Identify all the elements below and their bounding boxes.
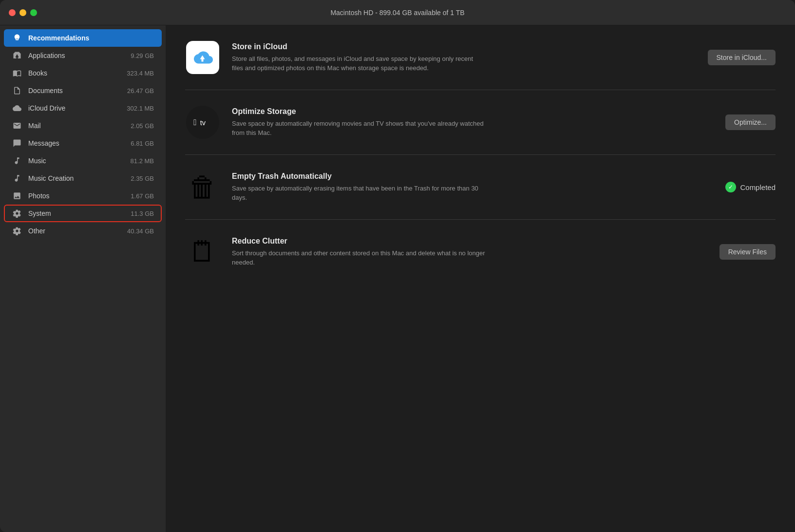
sidebar-item-mail[interactable]: Mail2.05 GB <box>4 117 162 134</box>
recommendations-label: Recommendations <box>28 34 154 42</box>
lightbulb-icon <box>12 33 22 43</box>
books-label: Books <box>28 69 121 77</box>
music-label: Music <box>28 157 125 165</box>
documents-size: 26.47 GB <box>127 87 154 95</box>
system-size: 11.3 GB <box>131 210 154 217</box>
trash-action: ✓Completed <box>698 182 776 192</box>
music-icon <box>12 155 22 166</box>
optimize-button[interactable]: Optimize... <box>725 114 776 130</box>
other-icon <box>12 226 22 236</box>
optimize-icon:  tv <box>185 105 220 140</box>
system-icon <box>12 208 22 219</box>
applications-size: 9.29 GB <box>131 52 154 59</box>
title-bar: Macintosh HD - 899.04 GB available of 1 … <box>0 0 795 25</box>
icloud-text: Store in iCloudStore all files, photos, … <box>232 42 686 73</box>
optimize-text: Optimize StorageSave space by automatica… <box>232 107 686 138</box>
books-size: 323.4 MB <box>127 70 154 77</box>
messages-size: 6.81 GB <box>131 140 154 147</box>
sidebar-item-icloud-drive[interactable]: iCloud Drive302.1 MB <box>4 99 162 117</box>
icloud-action: Store in iCloud... <box>698 50 776 65</box>
window-buttons <box>9 9 37 16</box>
applications-label: Applications <box>28 52 125 59</box>
sidebar-item-documents[interactable]: Documents26.47 GB <box>4 82 162 99</box>
other-size: 40.34 GB <box>127 228 154 235</box>
clutter-button[interactable]: Review Files <box>719 244 776 260</box>
main-content: Recommendations Applications9.29 GBBooks… <box>0 25 795 532</box>
svg-text:tv: tv <box>200 119 206 127</box>
mail-icon <box>12 120 22 131</box>
completed-badge: ✓Completed <box>725 182 776 192</box>
sidebar-item-messages[interactable]: Messages6.81 GB <box>4 134 162 152</box>
appletv-icon-wrap:  tv <box>186 106 219 139</box>
icloud-drive-icon <box>12 103 22 114</box>
svg-text::  <box>193 117 196 127</box>
sidebar: Recommendations Applications9.29 GBBooks… <box>0 25 166 532</box>
completed-check-icon: ✓ <box>725 182 736 192</box>
rec-item-clutter: 🗒Reduce ClutterSort through documents an… <box>185 220 776 284</box>
content-area: Store in iCloudStore all files, photos, … <box>166 25 795 532</box>
sidebar-item-recommendations[interactable]: Recommendations <box>4 29 162 47</box>
photos-label: Photos <box>28 192 125 200</box>
music-creation-size: 2.35 GB <box>131 175 154 182</box>
mail-label: Mail <box>28 122 125 130</box>
optimize-description: Save space by automatically removing mov… <box>232 119 485 138</box>
applications-icon <box>12 50 22 61</box>
docs-icon: 🗒 <box>189 238 217 266</box>
sidebar-item-music[interactable]: Music81.2 MB <box>4 152 162 170</box>
trash-description: Save space by automatically erasing item… <box>232 184 485 203</box>
icloud-drive-label: iCloud Drive <box>28 104 121 112</box>
music-creation-label: Music Creation <box>28 174 125 182</box>
sidebar-item-other[interactable]: Other40.34 GB <box>4 222 162 240</box>
music-creation-icon <box>12 173 22 184</box>
sidebar-item-books[interactable]: Books323.4 MB <box>4 64 162 82</box>
trash-icon: 🗑 <box>185 170 220 205</box>
optimize-title: Optimize Storage <box>232 107 686 116</box>
messages-label: Messages <box>28 139 125 147</box>
system-label: System <box>28 209 125 217</box>
music-size: 81.2 MB <box>131 157 154 165</box>
rec-item-trash: 🗑Empty Trash AutomaticallySave space by … <box>185 155 776 220</box>
trash-text: Empty Trash AutomaticallySave space by a… <box>232 172 686 203</box>
sidebar-item-photos[interactable]: Photos1.67 GB <box>4 187 162 205</box>
rec-item-optimize:  tv Optimize StorageSave space by autom… <box>185 90 776 155</box>
sidebar-item-system[interactable]: System11.3 GB <box>4 205 162 222</box>
icloud-description: Store all files, photos, and messages in… <box>232 54 485 73</box>
optimize-action: Optimize... <box>698 114 776 130</box>
messages-icon <box>12 138 22 149</box>
sidebar-item-applications[interactable]: Applications9.29 GB <box>4 47 162 64</box>
other-label: Other <box>28 227 121 235</box>
trash-title: Empty Trash Automatically <box>232 172 686 181</box>
minimize-button[interactable] <box>19 9 26 16</box>
clutter-action: Review Files <box>698 244 776 260</box>
photos-icon <box>12 190 22 201</box>
trash-icon: 🗑 <box>189 173 217 201</box>
documents-icon <box>12 85 22 96</box>
maximize-button[interactable] <box>30 9 37 16</box>
icloud-title: Store in iCloud <box>232 42 686 51</box>
documents-label: Documents <box>28 87 121 95</box>
close-button[interactable] <box>9 9 16 16</box>
books-icon <box>12 68 22 78</box>
window-title: Macintosh HD - 899.04 GB available of 1 … <box>330 9 464 17</box>
clutter-description: Sort through documents and other content… <box>232 248 485 267</box>
sidebar-item-music-creation[interactable]: Music Creation2.35 GB <box>4 170 162 187</box>
clutter-text: Reduce ClutterSort through documents and… <box>232 237 686 267</box>
rec-item-icloud: Store in iCloudStore all files, photos, … <box>185 25 776 90</box>
mail-size: 2.05 GB <box>131 122 154 130</box>
icloud-icon-wrap <box>186 41 219 74</box>
icloud-drive-size: 302.1 MB <box>127 105 154 112</box>
photos-size: 1.67 GB <box>131 192 154 200</box>
clutter-title: Reduce Clutter <box>232 237 686 246</box>
icloud-icon <box>185 40 220 75</box>
completed-label: Completed <box>740 183 776 191</box>
clutter-icon: 🗒 <box>185 234 220 269</box>
icloud-button[interactable]: Store in iCloud... <box>708 50 776 65</box>
